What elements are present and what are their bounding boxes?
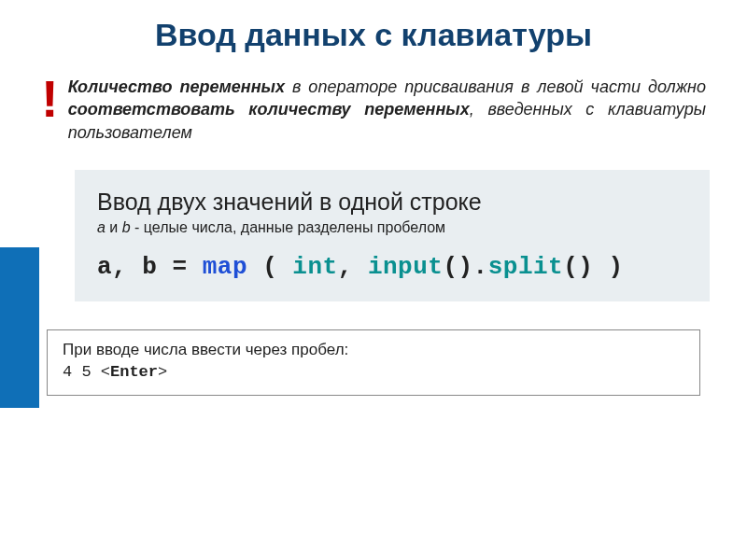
code-box-heading: Ввод двух значений в одной строке [97, 189, 687, 216]
code-paren1: ( [247, 253, 292, 281]
exclamation-icon: ! [41, 76, 59, 122]
var-b: b [122, 219, 131, 235]
code-input: input [368, 253, 444, 281]
note-close: > [158, 363, 167, 381]
code-example-box: Ввод двух значений в одной строке a и b … [75, 170, 710, 301]
code-comma: , [338, 253, 368, 281]
sub-rest: - целые числа, данные разделены пробелом [131, 219, 445, 235]
warning-bold-1: Количество переменных [68, 77, 285, 96]
note-line-1: При вводе числа ввести через пробел: [63, 340, 684, 361]
slide-title: Ввод данных с клавиатуры [37, 17, 710, 53]
var-a: a [97, 219, 106, 235]
blue-accent-strip [0, 247, 39, 408]
code-lhs: a, b = [97, 253, 203, 281]
code-call1: (). [443, 253, 487, 281]
code-split: split [488, 253, 564, 281]
sub-and: и [106, 219, 122, 235]
warning-bold-2: соответствовать количеству переменных [68, 100, 470, 119]
warning-text: Количество переменных в операторе присва… [68, 76, 706, 144]
note-sample: 4 5 < [63, 363, 110, 381]
code-map: map [203, 253, 247, 281]
warning-block: ! Количество переменных в операторе прис… [37, 76, 710, 144]
note-line-2: 4 5 <Enter> [63, 361, 684, 384]
code-call2: () ) [563, 253, 623, 281]
note-enter: Enter [110, 363, 158, 381]
code-line: a, b = map ( int, input().split() ) [97, 253, 687, 281]
warning-text-1: в операторе присваивания в левой части д… [285, 77, 706, 96]
code-box-subheading: a и b - целые числа, данные разделены пр… [97, 219, 687, 236]
code-int: int [292, 253, 337, 281]
note-box: При вводе числа ввести через пробел: 4 5… [47, 329, 700, 396]
